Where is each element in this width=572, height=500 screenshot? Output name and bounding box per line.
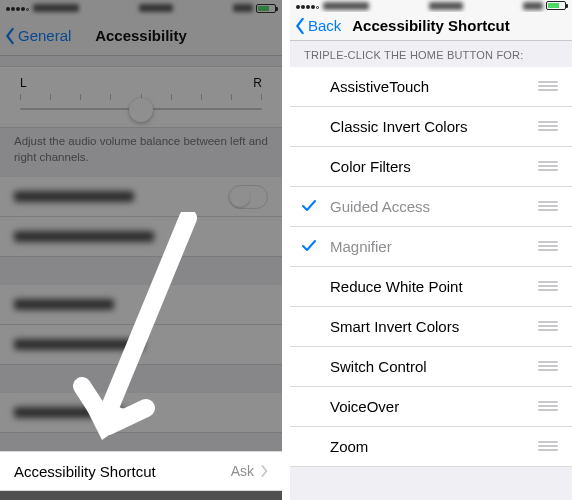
shortcut-option-row[interactable]: Classic Invert Colors <box>290 107 572 147</box>
battery-icon <box>546 1 566 10</box>
redacted-row[interactable] <box>0 393 282 433</box>
shortcut-option-row[interactable]: Color Filters <box>290 147 572 187</box>
redacted-row[interactable] <box>0 177 282 217</box>
signal-dots-icon <box>296 1 320 11</box>
drag-handle-icon[interactable] <box>538 161 558 171</box>
option-label: Classic Invert Colors <box>330 118 538 135</box>
status-bar <box>290 0 572 12</box>
checkmark-icon <box>302 238 316 255</box>
chevron-left-icon <box>294 17 306 35</box>
balance-slider[interactable] <box>20 94 262 118</box>
option-label: Zoom <box>330 438 538 455</box>
option-label: Color Filters <box>330 158 538 175</box>
bottom-dim <box>0 491 282 500</box>
nav-bar: Back Accessibility Shortcut <box>290 12 572 41</box>
back-label: General <box>18 27 71 44</box>
shortcut-option-row[interactable]: Switch Control <box>290 347 572 387</box>
status-bar <box>0 0 282 16</box>
back-label: Back <box>308 17 341 34</box>
drag-handle-icon[interactable] <box>538 81 558 91</box>
option-label: Smart Invert Colors <box>330 318 538 335</box>
status-icons-redacted <box>523 2 543 10</box>
chevron-left-icon <box>4 27 16 45</box>
slider-right-label: R <box>253 76 262 90</box>
balance-footer: Adjust the audio volume balance between … <box>0 128 282 177</box>
signal-dots-icon <box>6 3 30 13</box>
option-label: Magnifier <box>330 238 538 255</box>
back-button[interactable]: Back <box>290 17 341 35</box>
shortcut-option-row[interactable]: Reduce White Point <box>290 267 572 307</box>
drag-handle-icon[interactable] <box>538 401 558 411</box>
drag-handle-icon[interactable] <box>538 361 558 371</box>
drag-handle-icon[interactable] <box>538 321 558 331</box>
bottom-gap <box>290 467 572 500</box>
option-label: Reduce White Point <box>330 278 538 295</box>
option-label: Switch Control <box>330 358 538 375</box>
toggle-icon[interactable] <box>228 185 268 209</box>
slider-thumb-icon[interactable] <box>129 98 153 122</box>
option-label: Guided Access <box>330 198 538 215</box>
slider-left-label: L <box>20 76 27 90</box>
shortcut-option-row[interactable]: Guided Access <box>290 187 572 227</box>
battery-icon <box>256 4 276 13</box>
drag-handle-icon[interactable] <box>538 121 558 131</box>
shortcut-option-row[interactable]: Smart Invert Colors <box>290 307 572 347</box>
shortcut-option-row[interactable]: AssistiveTouch <box>290 67 572 107</box>
balance-slider-cell: L R <box>0 66 282 128</box>
screen-accessibility: General Accessibility L R Adjust the aud… <box>0 0 282 500</box>
shortcut-option-row[interactable]: VoiceOver <box>290 387 572 427</box>
shortcut-options-list: AssistiveTouchClassic Invert ColorsColor… <box>290 67 572 467</box>
status-icons-redacted <box>233 4 253 12</box>
back-button[interactable]: General <box>0 27 71 45</box>
option-label: AssistiveTouch <box>330 78 538 95</box>
option-label: VoiceOver <box>330 398 538 415</box>
redacted-row[interactable] <box>0 325 282 365</box>
drag-handle-icon[interactable] <box>538 281 558 291</box>
clock-redacted <box>429 2 463 10</box>
carrier-text-redacted <box>323 2 369 10</box>
section-header: Triple-click the home button for: <box>290 41 572 67</box>
drag-handle-icon[interactable] <box>538 201 558 211</box>
chevron-right-icon <box>260 463 268 480</box>
row-label: Accessibility Shortcut <box>14 463 231 480</box>
checkmark-icon <box>302 198 316 215</box>
nav-bar: General Accessibility <box>0 16 282 56</box>
clock-redacted <box>139 4 173 12</box>
drag-handle-icon[interactable] <box>538 441 558 451</box>
redacted-row[interactable] <box>0 217 282 257</box>
shortcut-option-row[interactable]: Magnifier <box>290 227 572 267</box>
accessibility-shortcut-row[interactable]: Accessibility Shortcut Ask <box>0 451 282 491</box>
screen-accessibility-shortcut: Back Accessibility Shortcut Triple-click… <box>290 0 572 500</box>
shortcut-option-row[interactable]: Zoom <box>290 427 572 467</box>
drag-handle-icon[interactable] <box>538 241 558 251</box>
redacted-row[interactable] <box>0 285 282 325</box>
carrier-text-redacted <box>33 4 79 12</box>
row-detail: Ask <box>231 463 254 479</box>
